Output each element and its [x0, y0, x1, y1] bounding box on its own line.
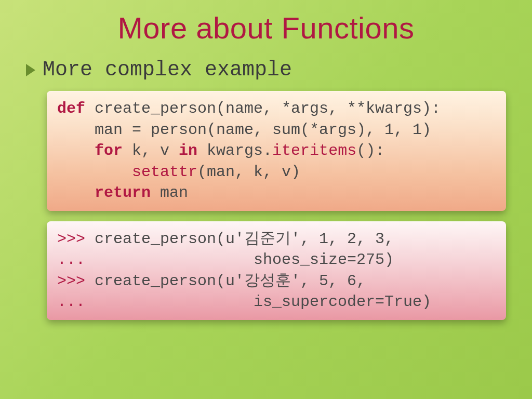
repl-cont: ...	[57, 251, 85, 269]
repl-cont: ...	[57, 293, 85, 311]
code-text: kwargs.	[197, 142, 272, 159]
repl-prompt: >>>	[57, 272, 85, 290]
code-block-definition: def create_person(name, *args, **kwargs)…	[47, 91, 506, 211]
keyword-in: in	[179, 142, 197, 159]
bullet-icon	[26, 64, 35, 76]
code-text: k, v	[123, 142, 179, 159]
code-text: create_person(u'김준기', 1, 2, 3,	[85, 230, 394, 248]
slide-title: More about Functions	[26, 10, 506, 45]
code-indent	[57, 184, 95, 202]
code-text: create_person(u'강성훈', 5, 6,	[85, 272, 366, 290]
code-text: man	[151, 184, 188, 202]
code-block-usage: >>> create_person(u'김준기', 1, 2, 3, ... s…	[47, 221, 506, 320]
code-indent	[57, 142, 95, 159]
code-text: ():	[356, 142, 384, 159]
fn-setattr: setattr	[132, 163, 197, 181]
keyword-for: for	[95, 142, 123, 159]
code-text: is_supercoder=True)	[85, 293, 431, 311]
code-indent	[57, 163, 132, 181]
repl-prompt: >>>	[57, 230, 85, 248]
keyword-return: return	[95, 184, 151, 202]
keyword-def: def	[57, 100, 85, 117]
subtitle-row: More complex example	[26, 58, 506, 82]
code-text: man = person(name, sum(*args), 1, 1)	[57, 121, 431, 139]
code-text: shoes_size=275)	[85, 251, 394, 269]
fn-iteritems: iteritems	[272, 142, 356, 159]
code-text: create_person(name, *args, **kwargs):	[85, 100, 441, 117]
code-text: (man, k, v)	[197, 163, 300, 181]
slide: More about Functions More complex exampl…	[0, 0, 532, 399]
subtitle-text: More complex example	[43, 58, 292, 82]
